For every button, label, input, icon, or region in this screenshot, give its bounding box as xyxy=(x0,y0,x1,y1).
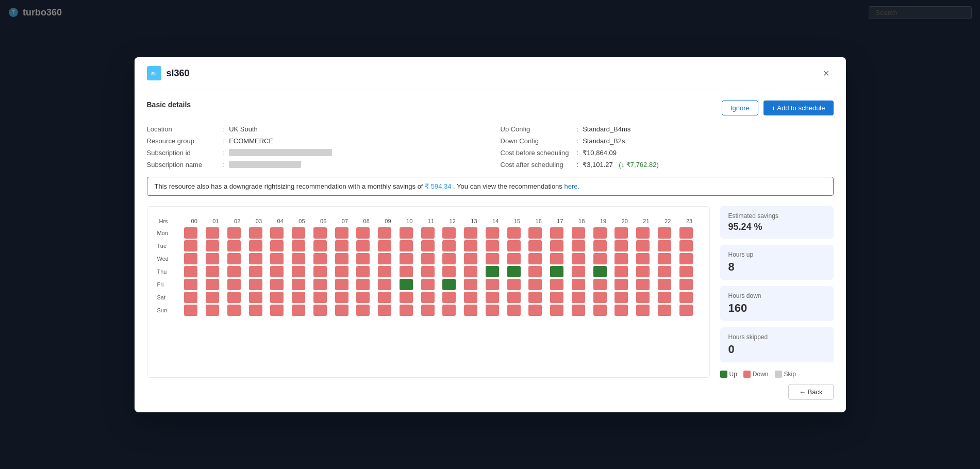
cell-tue-19[interactable] xyxy=(593,240,613,252)
cell-block-sun-1[interactable] xyxy=(206,305,219,316)
cell-thu-17[interactable] xyxy=(550,266,570,277)
cell-block-mon-3[interactable] xyxy=(249,227,262,239)
cell-wed-5[interactable] xyxy=(292,253,312,264)
cell-tue-15[interactable] xyxy=(507,240,527,252)
cell-block-mon-10[interactable] xyxy=(400,227,413,239)
cell-block-fri-15[interactable] xyxy=(507,279,521,290)
cell-block-thu-14[interactable] xyxy=(486,266,499,277)
cell-thu-9[interactable] xyxy=(378,266,398,277)
cell-sun-22[interactable] xyxy=(658,305,678,316)
cell-block-tue-9[interactable] xyxy=(378,240,391,252)
cell-block-sat-4[interactable] xyxy=(270,292,284,303)
cell-block-sat-10[interactable] xyxy=(400,292,413,303)
cell-thu-20[interactable] xyxy=(614,266,635,277)
cell-block-sun-2[interactable] xyxy=(227,305,241,316)
cell-mon-11[interactable] xyxy=(421,227,441,239)
cell-sat-22[interactable] xyxy=(658,292,678,303)
cell-sun-20[interactable] xyxy=(614,305,635,316)
cell-thu-2[interactable] xyxy=(227,266,247,277)
cell-wed-9[interactable] xyxy=(378,253,398,264)
cell-block-fri-20[interactable] xyxy=(614,279,628,290)
cell-block-sat-16[interactable] xyxy=(528,292,542,303)
cell-block-tue-20[interactable] xyxy=(614,240,628,252)
cell-block-mon-13[interactable] xyxy=(464,227,477,239)
cell-block-sun-7[interactable] xyxy=(335,305,348,316)
cell-sun-7[interactable] xyxy=(335,305,355,316)
cell-fri-9[interactable] xyxy=(378,279,398,290)
cell-mon-12[interactable] xyxy=(442,227,462,239)
cell-thu-4[interactable] xyxy=(270,266,290,277)
cell-mon-21[interactable] xyxy=(636,227,656,239)
cell-sun-8[interactable] xyxy=(356,305,376,316)
cell-wed-15[interactable] xyxy=(507,253,527,264)
cell-block-thu-10[interactable] xyxy=(400,266,413,277)
cell-sun-19[interactable] xyxy=(593,305,613,316)
cell-sat-7[interactable] xyxy=(335,292,355,303)
cell-block-sat-12[interactable] xyxy=(442,292,456,303)
cell-block-sat-14[interactable] xyxy=(486,292,499,303)
cell-block-wed-18[interactable] xyxy=(572,253,585,264)
cell-block-wed-21[interactable] xyxy=(636,253,650,264)
cell-sat-13[interactable] xyxy=(464,292,484,303)
cell-block-sun-11[interactable] xyxy=(421,305,435,316)
cell-block-fri-6[interactable] xyxy=(313,279,327,290)
cell-fri-16[interactable] xyxy=(528,279,549,290)
cell-block-mon-2[interactable] xyxy=(227,227,241,239)
cell-block-mon-5[interactable] xyxy=(292,227,305,239)
cell-block-sun-4[interactable] xyxy=(270,305,284,316)
cell-fri-22[interactable] xyxy=(658,279,678,290)
cell-wed-12[interactable] xyxy=(442,253,462,264)
cell-tue-12[interactable] xyxy=(442,240,462,252)
alert-link[interactable]: here. xyxy=(564,182,579,190)
cell-block-sun-12[interactable] xyxy=(442,305,456,316)
cell-fri-23[interactable] xyxy=(679,279,700,290)
cell-block-tue-22[interactable] xyxy=(658,240,671,252)
cell-block-thu-18[interactable] xyxy=(572,266,585,277)
cell-mon-23[interactable] xyxy=(679,227,700,239)
cell-sun-17[interactable] xyxy=(550,305,570,316)
cell-block-thu-19[interactable] xyxy=(593,266,607,277)
cell-block-mon-8[interactable] xyxy=(356,227,370,239)
cell-tue-11[interactable] xyxy=(421,240,441,252)
cell-block-wed-13[interactable] xyxy=(464,253,477,264)
cell-block-sat-22[interactable] xyxy=(658,292,671,303)
cell-block-sun-8[interactable] xyxy=(356,305,370,316)
cell-block-wed-23[interactable] xyxy=(679,253,693,264)
cell-block-wed-7[interactable] xyxy=(335,253,348,264)
cell-tue-23[interactable] xyxy=(679,240,700,252)
cell-block-wed-6[interactable] xyxy=(313,253,327,264)
cell-block-wed-17[interactable] xyxy=(550,253,563,264)
cell-block-fri-22[interactable] xyxy=(658,279,671,290)
cell-mon-13[interactable] xyxy=(464,227,484,239)
cell-block-mon-15[interactable] xyxy=(507,227,521,239)
cell-block-tue-17[interactable] xyxy=(550,240,563,252)
cell-block-sun-9[interactable] xyxy=(378,305,391,316)
cell-block-tue-18[interactable] xyxy=(572,240,585,252)
cell-wed-4[interactable] xyxy=(270,253,290,264)
add-schedule-button[interactable]: + Add to schedule xyxy=(763,100,834,115)
cell-block-wed-16[interactable] xyxy=(528,253,542,264)
back-button[interactable]: ← Back xyxy=(788,384,834,400)
cell-block-sun-20[interactable] xyxy=(614,305,628,316)
cell-block-tue-12[interactable] xyxy=(442,240,456,252)
cell-tue-2[interactable] xyxy=(227,240,247,252)
cell-sun-15[interactable] xyxy=(507,305,527,316)
cell-tue-3[interactable] xyxy=(249,240,269,252)
cell-sun-1[interactable] xyxy=(206,305,226,316)
cell-block-sun-19[interactable] xyxy=(593,305,607,316)
cell-block-fri-19[interactable] xyxy=(593,279,607,290)
cell-thu-3[interactable] xyxy=(249,266,269,277)
cell-block-mon-11[interactable] xyxy=(421,227,435,239)
cell-block-fri-5[interactable] xyxy=(292,279,305,290)
cell-sat-3[interactable] xyxy=(249,292,269,303)
cell-wed-7[interactable] xyxy=(335,253,355,264)
cell-sun-21[interactable] xyxy=(636,305,656,316)
cell-sat-19[interactable] xyxy=(593,292,613,303)
cell-thu-15[interactable] xyxy=(507,266,527,277)
cell-block-sun-3[interactable] xyxy=(249,305,262,316)
cell-block-sat-20[interactable] xyxy=(614,292,628,303)
cell-mon-5[interactable] xyxy=(292,227,312,239)
cell-block-wed-14[interactable] xyxy=(486,253,499,264)
cell-block-fri-11[interactable] xyxy=(421,279,435,290)
cell-block-fri-3[interactable] xyxy=(249,279,262,290)
